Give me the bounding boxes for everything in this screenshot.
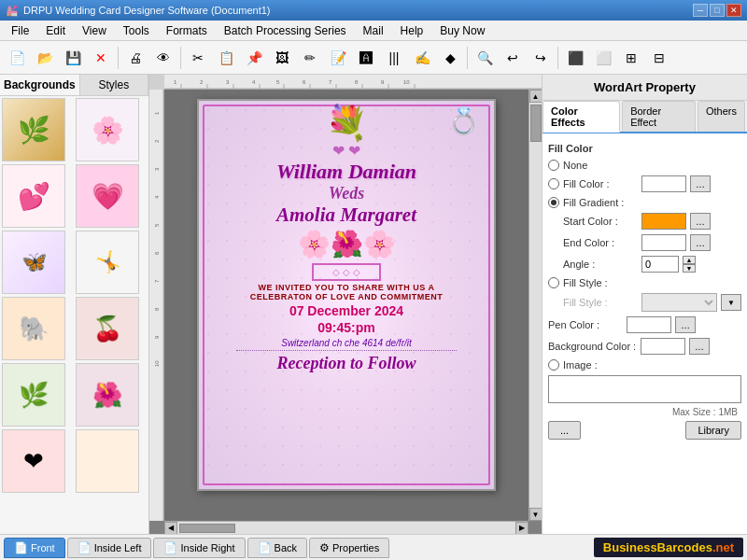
angle-input[interactable] bbox=[641, 256, 679, 273]
toolbar-separator-2 bbox=[180, 47, 181, 69]
menu-view[interactable]: View bbox=[75, 22, 114, 39]
app-icon: 💒 bbox=[6, 5, 19, 17]
thumb-6[interactable]: 🤸 bbox=[76, 231, 139, 294]
tb-close[interactable]: ✕ bbox=[88, 45, 114, 71]
pen-color-btn[interactable]: … bbox=[675, 316, 696, 333]
close-button[interactable]: ✕ bbox=[726, 4, 741, 17]
menu-formats[interactable]: Formats bbox=[159, 22, 215, 39]
tb-redo[interactable]: ↪ bbox=[528, 45, 554, 71]
tb-send-back[interactable]: ⬛ bbox=[562, 45, 588, 71]
fill-style-dropdown[interactable] bbox=[641, 293, 717, 312]
tab-properties[interactable]: ⚙ Properties bbox=[309, 538, 389, 558]
panel-tab-bar: Backgrounds Styles bbox=[0, 75, 148, 96]
radio-fill-style[interactable] bbox=[548, 277, 559, 288]
tb-wordart[interactable]: 🅰 bbox=[353, 45, 379, 71]
tab-back[interactable]: 📄 Back bbox=[247, 538, 307, 558]
tab-border-effect[interactable]: Border Effect bbox=[622, 101, 696, 132]
menu-help[interactable]: Help bbox=[393, 22, 431, 39]
tab-backgrounds[interactable]: Backgrounds bbox=[0, 75, 80, 95]
angle-label: Angle : bbox=[563, 259, 638, 270]
menu-file[interactable]: File bbox=[4, 22, 36, 39]
menu-batch[interactable]: Batch Processing Series bbox=[217, 22, 354, 39]
angle-up-btn[interactable]: ▲ bbox=[683, 256, 696, 264]
thumb-12[interactable] bbox=[76, 429, 139, 493]
thumb-4[interactable]: 💗 bbox=[76, 164, 139, 228]
tb-group[interactable]: ⊟ bbox=[646, 45, 672, 71]
menu-mail[interactable]: Mail bbox=[356, 22, 391, 39]
tb-draw[interactable]: ✏ bbox=[297, 45, 323, 71]
tb-copy[interactable]: 📋 bbox=[213, 45, 239, 71]
tb-text[interactable]: 📝 bbox=[325, 45, 351, 71]
start-color-box[interactable] bbox=[641, 213, 686, 230]
start-color-btn[interactable]: … bbox=[690, 213, 711, 230]
thumb-1[interactable]: 🌿 bbox=[2, 98, 65, 161]
tab-styles[interactable]: Styles bbox=[80, 75, 148, 95]
scroll-down-btn[interactable]: ▼ bbox=[529, 508, 543, 521]
tb-shape[interactable]: ◆ bbox=[437, 45, 463, 71]
biz-ext: .net bbox=[712, 540, 734, 554]
tb-preview[interactable]: 👁 bbox=[150, 45, 176, 71]
thumb-11[interactable]: ❤ bbox=[2, 429, 65, 493]
tb-save[interactable]: 💾 bbox=[60, 45, 86, 71]
thumb-10[interactable]: 🌺 bbox=[76, 363, 139, 427]
bg-color-box[interactable] bbox=[641, 338, 685, 355]
tb-cut[interactable]: ✂ bbox=[185, 45, 211, 71]
tb-signature[interactable]: ✍ bbox=[409, 45, 435, 71]
fill-color-box[interactable] bbox=[641, 175, 686, 192]
wedding-card[interactable]: 💐 💍 ❤ ❤ William Damian Weds Amolia Marga… bbox=[197, 99, 496, 491]
thumb-8[interactable]: 🍒 bbox=[76, 297, 139, 360]
tab-inside-right[interactable]: 📄 Inside Right bbox=[153, 538, 245, 558]
svg-text:2: 2 bbox=[154, 139, 160, 143]
tab-properties-label: Properties bbox=[332, 542, 379, 553]
end-color-btn[interactable]: … bbox=[690, 234, 711, 251]
thumb-5[interactable]: 🦋 bbox=[2, 231, 65, 294]
tb-paste[interactable]: 📌 bbox=[241, 45, 267, 71]
pen-color-box[interactable] bbox=[627, 316, 671, 333]
canvas-vscrollbar[interactable]: ▲ ▼ bbox=[529, 90, 542, 521]
canvas-hscrollbar[interactable]: ◀ ▶ bbox=[164, 521, 529, 534]
angle-down-btn[interactable]: ▼ bbox=[683, 264, 696, 273]
tb-undo[interactable]: ↩ bbox=[500, 45, 526, 71]
bg-color-btn[interactable]: … bbox=[689, 338, 710, 355]
tb-open[interactable]: 📂 bbox=[32, 45, 58, 71]
tb-zoom-in[interactable]: 🔍 bbox=[472, 45, 498, 71]
hscroll-left-btn[interactable]: ◀ bbox=[164, 522, 177, 535]
thumb-9[interactable]: 🌿 bbox=[2, 363, 65, 427]
thumb-3[interactable]: 💕 bbox=[2, 164, 65, 228]
menu-buynow[interactable]: Buy Now bbox=[432, 22, 492, 39]
dots-btn[interactable]: ... bbox=[548, 421, 581, 440]
minimize-button[interactable]: ─ bbox=[693, 4, 708, 17]
maximize-button[interactable]: □ bbox=[710, 4, 725, 17]
menu-tools[interactable]: Tools bbox=[116, 22, 157, 39]
radio-image[interactable] bbox=[548, 359, 559, 371]
image-path-box[interactable] bbox=[548, 375, 741, 403]
tab-inside-left[interactable]: 📄 Inside Left bbox=[67, 538, 152, 558]
radio-none[interactable] bbox=[548, 160, 559, 171]
fill-style-arrow[interactable]: ▼ bbox=[721, 294, 741, 311]
hscroll-right-btn[interactable]: ▶ bbox=[515, 522, 529, 535]
canvas-scroll-area[interactable]: 💐 💍 ❤ ❤ William Damian Weds Amolia Marga… bbox=[164, 90, 529, 521]
svg-text:1: 1 bbox=[174, 79, 177, 85]
thumb-7[interactable]: 🐘 bbox=[2, 297, 65, 360]
scroll-thumb[interactable] bbox=[530, 105, 542, 142]
end-color-box[interactable] bbox=[641, 234, 686, 251]
radio-fill-gradient[interactable] bbox=[548, 197, 559, 208]
svg-text:3: 3 bbox=[226, 79, 230, 85]
fill-color-btn[interactable]: … bbox=[690, 175, 711, 192]
library-btn[interactable]: Library bbox=[685, 421, 741, 440]
tab-color-effects[interactable]: Color Effects bbox=[543, 101, 620, 133]
tab-front[interactable]: 📄 Front bbox=[4, 538, 65, 558]
hscroll-thumb[interactable] bbox=[179, 524, 235, 533]
tb-print[interactable]: 🖨 bbox=[122, 45, 148, 71]
radio-fill-color[interactable] bbox=[548, 178, 559, 189]
tb-align[interactable]: ⊞ bbox=[618, 45, 644, 71]
tb-barcode[interactable]: ||| bbox=[381, 45, 407, 71]
tb-new[interactable]: 📄 bbox=[4, 45, 30, 71]
menu-edit[interactable]: Edit bbox=[38, 22, 73, 39]
fill-style-radio-row: Fill Style : bbox=[548, 277, 741, 288]
tb-image[interactable]: 🖼 bbox=[269, 45, 295, 71]
tb-bring-front[interactable]: ⬜ bbox=[590, 45, 616, 71]
thumb-2[interactable]: 🌸 bbox=[76, 98, 139, 161]
tab-others[interactable]: Others bbox=[698, 101, 745, 132]
scroll-up-btn[interactable]: ▲ bbox=[529, 90, 543, 103]
